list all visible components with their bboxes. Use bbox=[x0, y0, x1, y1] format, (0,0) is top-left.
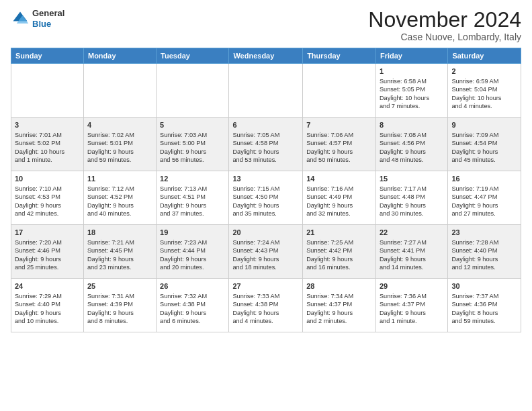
day-number: 20 bbox=[232, 228, 299, 238]
day-number: 7 bbox=[306, 120, 372, 130]
day-number: 3 bbox=[15, 120, 80, 130]
calendar-cell: 1Sunrise: 6:58 AM Sunset: 5:05 PM Daylig… bbox=[375, 64, 447, 118]
day-number: 13 bbox=[232, 174, 299, 184]
calendar-cell: 6Sunrise: 7:05 AM Sunset: 4:58 PM Daylig… bbox=[229, 118, 303, 171]
day-info: Sunrise: 7:08 AM Sunset: 4:56 PM Dayligh… bbox=[380, 131, 444, 165]
day-info: Sunrise: 7:23 AM Sunset: 4:44 PM Dayligh… bbox=[160, 238, 225, 272]
logo-general-text: General bbox=[32, 8, 64, 19]
calendar-cell: 19Sunrise: 7:23 AM Sunset: 4:44 PM Dayli… bbox=[157, 225, 229, 279]
calendar-body: 1Sunrise: 6:58 AM Sunset: 5:05 PM Daylig… bbox=[11, 64, 521, 332]
logo: General Blue bbox=[11, 8, 64, 29]
weekday-header-thursday: Thursday bbox=[303, 48, 376, 64]
weekday-header-wednesday: Wednesday bbox=[229, 48, 303, 64]
calendar-cell: 11Sunrise: 7:12 AM Sunset: 4:52 PM Dayli… bbox=[83, 171, 156, 225]
day-info: Sunrise: 7:19 AM Sunset: 4:47 PM Dayligh… bbox=[451, 185, 517, 218]
day-info: Sunrise: 7:17 AM Sunset: 4:48 PM Dayligh… bbox=[380, 185, 444, 218]
calendar-cell bbox=[303, 64, 376, 118]
title-block: November 2024 Case Nuove, Lombardy, Ital… bbox=[368, 8, 521, 42]
calendar-cell bbox=[229, 64, 303, 118]
calendar-cell: 7Sunrise: 7:06 AM Sunset: 4:57 PM Daylig… bbox=[303, 118, 376, 171]
weekday-header-saturday: Saturday bbox=[448, 48, 521, 64]
day-number: 12 bbox=[160, 174, 225, 184]
weekday-header-monday: Monday bbox=[83, 48, 156, 64]
day-info: Sunrise: 7:37 AM Sunset: 4:36 PM Dayligh… bbox=[451, 292, 517, 326]
day-number: 27 bbox=[232, 281, 299, 291]
calendar-cell: 2Sunrise: 6:59 AM Sunset: 5:04 PM Daylig… bbox=[448, 64, 521, 118]
day-info: Sunrise: 7:09 AM Sunset: 4:54 PM Dayligh… bbox=[451, 131, 517, 165]
logo-icon bbox=[11, 9, 30, 28]
calendar-cell: 22Sunrise: 7:27 AM Sunset: 4:41 PM Dayli… bbox=[375, 225, 447, 279]
calendar-cell: 5Sunrise: 7:03 AM Sunset: 5:00 PM Daylig… bbox=[157, 118, 229, 171]
day-number: 25 bbox=[87, 281, 152, 291]
day-number: 16 bbox=[451, 174, 517, 184]
day-info: Sunrise: 7:24 AM Sunset: 4:43 PM Dayligh… bbox=[232, 238, 299, 272]
logo-blue-text: Blue bbox=[32, 19, 64, 30]
month-title: November 2024 bbox=[368, 8, 521, 32]
calendar-cell: 24Sunrise: 7:29 AM Sunset: 4:40 PM Dayli… bbox=[11, 279, 84, 332]
day-number: 21 bbox=[306, 228, 372, 238]
calendar-cell: 17Sunrise: 7:20 AM Sunset: 4:46 PM Dayli… bbox=[11, 225, 84, 279]
day-info: Sunrise: 7:12 AM Sunset: 4:52 PM Dayligh… bbox=[87, 185, 152, 218]
calendar-header: SundayMondayTuesdayWednesdayThursdayFrid… bbox=[11, 48, 521, 64]
calendar-cell: 29Sunrise: 7:36 AM Sunset: 4:37 PM Dayli… bbox=[375, 279, 447, 332]
day-number: 9 bbox=[451, 120, 517, 130]
day-number: 22 bbox=[380, 228, 444, 238]
day-number: 14 bbox=[306, 174, 372, 184]
day-number: 2 bbox=[451, 66, 517, 77]
calendar-row-1: 3Sunrise: 7:01 AM Sunset: 5:02 PM Daylig… bbox=[11, 118, 521, 171]
day-info: Sunrise: 7:01 AM Sunset: 5:02 PM Dayligh… bbox=[15, 131, 80, 165]
calendar-cell: 12Sunrise: 7:13 AM Sunset: 4:51 PM Dayli… bbox=[157, 171, 229, 225]
calendar-table: SundayMondayTuesdayWednesdayThursdayFrid… bbox=[11, 48, 521, 332]
calendar-row-0: 1Sunrise: 6:58 AM Sunset: 5:05 PM Daylig… bbox=[11, 64, 521, 118]
day-info: Sunrise: 7:25 AM Sunset: 4:42 PM Dayligh… bbox=[306, 238, 372, 272]
calendar-cell: 21Sunrise: 7:25 AM Sunset: 4:42 PM Dayli… bbox=[303, 225, 376, 279]
calendar-cell: 14Sunrise: 7:16 AM Sunset: 4:49 PM Dayli… bbox=[303, 171, 376, 225]
location: Case Nuove, Lombardy, Italy bbox=[368, 32, 521, 42]
day-info: Sunrise: 7:02 AM Sunset: 5:01 PM Dayligh… bbox=[87, 131, 152, 165]
day-number: 23 bbox=[451, 228, 517, 238]
day-info: Sunrise: 7:33 AM Sunset: 4:38 PM Dayligh… bbox=[232, 292, 299, 326]
day-number: 5 bbox=[160, 120, 225, 130]
day-info: Sunrise: 7:31 AM Sunset: 4:39 PM Dayligh… bbox=[87, 292, 152, 326]
day-info: Sunrise: 7:03 AM Sunset: 5:00 PM Dayligh… bbox=[160, 131, 225, 165]
header: General Blue November 2024 Case Nuove, L… bbox=[11, 8, 521, 42]
calendar-row-3: 17Sunrise: 7:20 AM Sunset: 4:46 PM Dayli… bbox=[11, 225, 521, 279]
day-info: Sunrise: 7:15 AM Sunset: 4:50 PM Dayligh… bbox=[232, 185, 299, 218]
calendar-row-2: 10Sunrise: 7:10 AM Sunset: 4:53 PM Dayli… bbox=[11, 171, 521, 225]
calendar-cell: 28Sunrise: 7:34 AM Sunset: 4:37 PM Dayli… bbox=[303, 279, 376, 332]
day-number: 8 bbox=[380, 120, 444, 130]
day-info: Sunrise: 7:28 AM Sunset: 4:40 PM Dayligh… bbox=[451, 238, 517, 272]
day-number: 18 bbox=[87, 228, 152, 238]
day-info: Sunrise: 7:36 AM Sunset: 4:37 PM Dayligh… bbox=[380, 292, 444, 326]
day-number: 4 bbox=[87, 120, 152, 130]
calendar-row-4: 24Sunrise: 7:29 AM Sunset: 4:40 PM Dayli… bbox=[11, 279, 521, 332]
day-info: Sunrise: 7:29 AM Sunset: 4:40 PM Dayligh… bbox=[15, 292, 80, 326]
calendar-cell: 3Sunrise: 7:01 AM Sunset: 5:02 PM Daylig… bbox=[11, 118, 84, 171]
calendar-cell bbox=[83, 64, 156, 118]
day-info: Sunrise: 7:05 AM Sunset: 4:58 PM Dayligh… bbox=[232, 131, 299, 165]
calendar-cell: 13Sunrise: 7:15 AM Sunset: 4:50 PM Dayli… bbox=[229, 171, 303, 225]
day-info: Sunrise: 7:20 AM Sunset: 4:46 PM Dayligh… bbox=[15, 238, 80, 272]
day-number: 1 bbox=[380, 66, 444, 77]
day-info: Sunrise: 7:32 AM Sunset: 4:38 PM Dayligh… bbox=[160, 292, 225, 326]
calendar-cell: 27Sunrise: 7:33 AM Sunset: 4:38 PM Dayli… bbox=[229, 279, 303, 332]
day-info: Sunrise: 6:58 AM Sunset: 5:05 PM Dayligh… bbox=[380, 77, 444, 111]
calendar-cell: 20Sunrise: 7:24 AM Sunset: 4:43 PM Dayli… bbox=[229, 225, 303, 279]
day-info: Sunrise: 7:21 AM Sunset: 4:45 PM Dayligh… bbox=[87, 238, 152, 272]
calendar-cell: 9Sunrise: 7:09 AM Sunset: 4:54 PM Daylig… bbox=[448, 118, 521, 171]
calendar-cell: 30Sunrise: 7:37 AM Sunset: 4:36 PM Dayli… bbox=[448, 279, 521, 332]
calendar-cell: 8Sunrise: 7:08 AM Sunset: 4:56 PM Daylig… bbox=[375, 118, 447, 171]
calendar-cell: 18Sunrise: 7:21 AM Sunset: 4:45 PM Dayli… bbox=[83, 225, 156, 279]
calendar-cell: 26Sunrise: 7:32 AM Sunset: 4:38 PM Dayli… bbox=[157, 279, 229, 332]
calendar-cell: 10Sunrise: 7:10 AM Sunset: 4:53 PM Dayli… bbox=[11, 171, 84, 225]
weekday-header-sunday: Sunday bbox=[11, 48, 84, 64]
weekday-header-row: SundayMondayTuesdayWednesdayThursdayFrid… bbox=[11, 48, 521, 64]
day-info: Sunrise: 6:59 AM Sunset: 5:04 PM Dayligh… bbox=[451, 77, 517, 111]
calendar-cell bbox=[157, 64, 229, 118]
day-number: 17 bbox=[15, 228, 80, 238]
calendar-cell: 15Sunrise: 7:17 AM Sunset: 4:48 PM Dayli… bbox=[375, 171, 447, 225]
calendar-cell bbox=[11, 64, 84, 118]
day-number: 24 bbox=[15, 281, 80, 291]
day-number: 26 bbox=[160, 281, 225, 291]
day-number: 30 bbox=[451, 281, 517, 291]
